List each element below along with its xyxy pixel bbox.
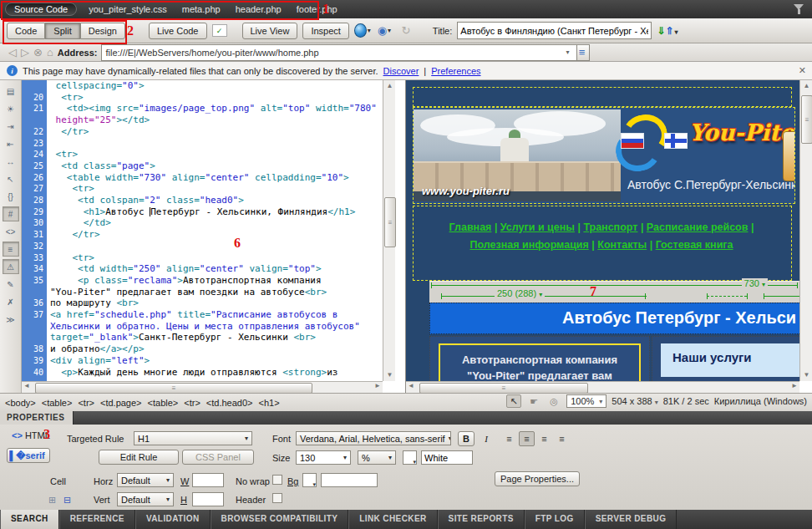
horz-dropdown[interactable]: Default▾ xyxy=(117,473,174,487)
cell-width-input[interactable] xyxy=(192,473,224,487)
align-right-icon[interactable]: ≡ xyxy=(536,431,552,446)
line-numbers-icon[interactable]: # xyxy=(3,206,19,221)
discover-link[interactable]: Discover xyxy=(383,66,419,76)
targeted-rule-dropdown[interactable]: H1▾ xyxy=(134,431,252,445)
select-parent-tag-icon[interactable]: ↖ xyxy=(3,171,19,186)
refresh-design-view-icon[interactable]: ↻ xyxy=(398,23,414,38)
code-editor[interactable]: cellspacing="0">20 <tr>21 <td><img src="… xyxy=(22,80,383,381)
results-tab-server-debug[interactable]: SERVER DEBUG xyxy=(585,510,678,529)
live-view-button[interactable]: Live View xyxy=(242,23,298,39)
source-code-button[interactable]: Source Code xyxy=(5,3,77,16)
page-title-input[interactable] xyxy=(457,22,652,39)
results-tab-browser-compatibility[interactable]: BROWSER COMPATIBILITY xyxy=(211,510,349,529)
view-button-code[interactable]: Code xyxy=(7,23,45,39)
highlight-invalid-code-icon[interactable]: <> xyxy=(3,224,19,239)
tag-selector-item[interactable]: <table> xyxy=(42,398,73,408)
related-file-tab[interactable]: header.php xyxy=(236,4,282,14)
properties-tab[interactable]: PROPERTIES xyxy=(0,411,74,425)
bold-button[interactable]: B xyxy=(458,431,475,446)
results-tab-reference[interactable]: REFERENCE xyxy=(59,510,135,529)
design-vscroll-thumb[interactable]: ≡ xyxy=(801,95,812,144)
align-left-icon[interactable]: ≡ xyxy=(501,431,517,446)
design-canvas[interactable]: You-Piter Автобус С.Петербург-Хельсинки … xyxy=(406,80,799,381)
view-button-split[interactable]: Split xyxy=(45,23,79,39)
related-file-tab[interactable]: footer.php xyxy=(297,4,337,14)
site-header[interactable]: You-Piter Автобус С.Петербург-Хельсинки … xyxy=(413,107,795,204)
address-dropdown-icon[interactable]: ▾ xyxy=(566,48,569,56)
page-properties-button[interactable]: Page Properties... xyxy=(495,471,580,486)
preview-in-browser-icon[interactable]: ▾ xyxy=(354,23,371,38)
bg-color-input[interactable] xyxy=(321,473,378,487)
cell-height-input[interactable] xyxy=(192,492,224,506)
results-tab-ftp-log[interactable]: FTP LOG xyxy=(525,510,585,529)
preferences-link[interactable]: Preferences xyxy=(431,66,480,76)
bg-color-swatch[interactable]: ▾ xyxy=(302,473,317,487)
table-width-bar[interactable]: 730 ▾ 250 (288) ▾ xyxy=(429,281,799,303)
results-tab-search[interactable]: SEARCH xyxy=(0,510,59,529)
nav-link[interactable]: Главная xyxy=(449,221,492,233)
tag-selector-item[interactable]: <tr> xyxy=(78,398,94,408)
address-input[interactable] xyxy=(101,44,577,61)
scroll-up-icon[interactable]: ▲ xyxy=(800,80,812,92)
design-vertical-scrollbar[interactable]: ▲ ≡ ▼ xyxy=(799,80,812,381)
table-width-730[interactable]: 730 ▾ xyxy=(742,278,768,288)
nav-link[interactable]: Услуги и цены xyxy=(500,221,575,233)
back-icon[interactable]: ◁ xyxy=(8,46,17,58)
results-tab-site-reports[interactable]: SITE REPORTS xyxy=(438,510,525,529)
remove-comment-icon[interactable]: ✗ xyxy=(3,294,19,309)
collapse-full-tag-icon[interactable]: ⇥ xyxy=(3,119,19,134)
syntax-error-alerts-icon[interactable]: ⚠ xyxy=(3,259,19,274)
font-dropdown[interactable]: Verdana, Arial, Helvetica, sans-serif▾ xyxy=(296,431,451,445)
design-horizontal-scrollbar[interactable]: ◄ ≡ ► xyxy=(406,381,799,393)
nav-link[interactable]: Гостевая книга xyxy=(656,239,733,251)
split-cell-icon[interactable]: ⊟ xyxy=(63,495,71,506)
apply-comment-icon[interactable]: ✎ xyxy=(3,277,19,292)
home-icon[interactable]: ⌂ xyxy=(47,46,53,58)
hand-tool-icon[interactable]: ☛ xyxy=(526,394,541,408)
zoom-tool-icon[interactable]: ◎ xyxy=(546,394,561,408)
filter-related-files-icon[interactable] xyxy=(792,3,805,16)
vert-dropdown[interactable]: Default▾ xyxy=(117,492,174,506)
size-unit-dropdown[interactable]: %▾ xyxy=(358,450,396,465)
page-heading-cell[interactable]: Автобус Петербург - Хельси xyxy=(429,303,799,334)
related-file-tab[interactable]: meta.php xyxy=(182,4,221,14)
promo-cell[interactable]: Автотранспортная компания "You-Piter" пр… xyxy=(429,336,650,381)
text-color-input[interactable] xyxy=(421,450,473,465)
nav-link[interactable]: Транспорт xyxy=(583,221,637,233)
scroll-down-icon[interactable]: ▼ xyxy=(383,369,396,381)
code-vertical-scrollbar[interactable]: ▲ ≡ ▼ xyxy=(383,80,395,381)
stop-icon[interactable]: ⊗ xyxy=(33,46,43,58)
header-checkbox[interactable] xyxy=(272,493,282,503)
results-tab-link-checker[interactable]: LINK CHECKER xyxy=(348,510,437,529)
file-transfer-icons[interactable]: ⇓⇑▾ xyxy=(657,25,678,37)
size-dropdown[interactable]: 130▾ xyxy=(296,450,351,465)
magnification-dropdown[interactable]: 100%▾ xyxy=(566,394,606,408)
tag-selector-item[interactable]: <h1> xyxy=(259,398,280,408)
align-center-icon[interactable]: ≡ xyxy=(519,431,535,446)
word-wrap-icon[interactable]: ≡ xyxy=(3,242,19,257)
tag-selector-item[interactable]: <tr> xyxy=(184,398,200,408)
css-mode-button[interactable]: ▌�serif xyxy=(7,448,50,463)
tag-selector-item[interactable]: <table> xyxy=(148,398,179,408)
visual-aids-icon[interactable]: ◉▾ xyxy=(376,23,393,38)
code-vscroll-thumb[interactable]: ≡ xyxy=(384,197,396,247)
nav-link[interactable]: Расписание рейсов xyxy=(647,221,749,233)
format-source-code-icon[interactable]: ≫ xyxy=(3,312,19,327)
related-file-tab[interactable]: you_piter_style.css xyxy=(89,4,167,14)
check-browser-compatibility-icon[interactable]: ✓ xyxy=(212,24,227,37)
results-tab-validation[interactable]: VALIDATION xyxy=(135,510,211,529)
balance-braces-icon[interactable]: {} xyxy=(3,189,19,204)
nowrap-checkbox[interactable] xyxy=(272,475,282,485)
tag-selector-item[interactable]: <td.page> xyxy=(100,398,142,408)
view-button-design[interactable]: Design xyxy=(80,23,125,39)
scroll-up-icon[interactable]: ▲ xyxy=(383,80,396,92)
code-navigator-icon[interactable]: ☀ xyxy=(3,101,19,116)
expand-all-icon[interactable]: ↔ xyxy=(3,154,19,169)
italic-button[interactable]: I xyxy=(478,431,495,446)
code-horizontal-scrollbar[interactable]: ◄ ≡ ► xyxy=(22,381,383,393)
align-justify-icon[interactable]: ≡ xyxy=(554,431,570,446)
scroll-down-icon[interactable]: ▼ xyxy=(800,369,812,381)
nav-link[interactable]: Полезная информация xyxy=(469,239,588,251)
nav-link[interactable]: Контакты xyxy=(597,239,647,251)
close-info-bar-icon[interactable]: ✕ xyxy=(799,65,806,76)
